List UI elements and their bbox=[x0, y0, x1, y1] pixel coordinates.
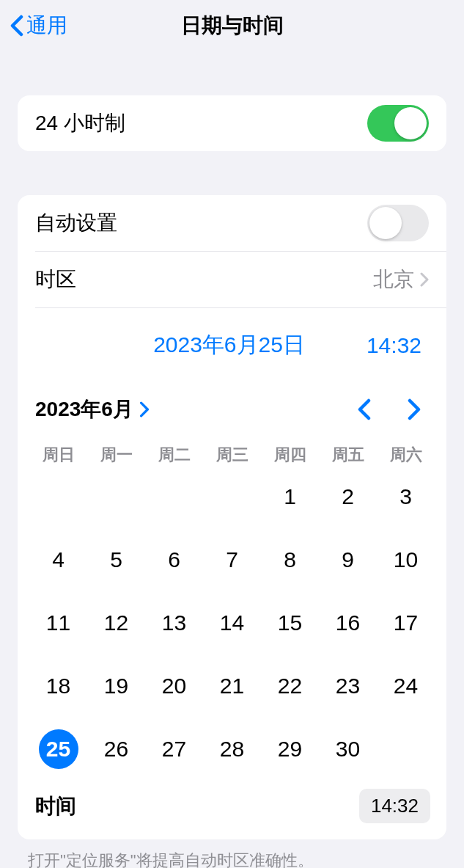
day-cell[interactable]: 29 bbox=[261, 729, 319, 770]
day-cell-empty bbox=[145, 476, 203, 517]
chevron-left-icon bbox=[10, 15, 23, 37]
day-cell[interactable]: 25 bbox=[29, 729, 87, 770]
back-button[interactable]: 通用 bbox=[6, 7, 72, 44]
day-cell[interactable]: 24 bbox=[377, 665, 435, 707]
next-month-button[interactable] bbox=[407, 398, 421, 420]
time-picker-label: 时间 bbox=[35, 792, 76, 820]
day-number: 8 bbox=[284, 547, 296, 572]
day-cell[interactable]: 27 bbox=[145, 729, 203, 770]
weekdays-header: 周日周一周二周三周四周五周六 bbox=[18, 437, 446, 469]
day-number: 3 bbox=[399, 484, 412, 509]
page-title: 日期与时间 bbox=[181, 12, 284, 40]
toggle-knob bbox=[369, 207, 402, 239]
day-number: 1 bbox=[284, 484, 296, 509]
weekday-label: 周四 bbox=[261, 441, 319, 469]
month-nav: 2023年6月 bbox=[18, 378, 446, 437]
day-cell[interactable]: 10 bbox=[377, 539, 435, 580]
day-cell[interactable]: 11 bbox=[29, 602, 87, 643]
day-number: 29 bbox=[278, 737, 302, 762]
day-cell[interactable]: 18 bbox=[29, 665, 87, 707]
day-cell[interactable]: 4 bbox=[29, 539, 87, 580]
time-display[interactable]: 14:32 bbox=[367, 333, 421, 358]
day-cell-empty bbox=[87, 476, 145, 517]
header: 通用 日期与时间 bbox=[0, 0, 464, 51]
day-number: 20 bbox=[162, 674, 186, 699]
day-cell[interactable]: 26 bbox=[87, 729, 145, 770]
day-cell[interactable]: 19 bbox=[87, 665, 145, 707]
date-display[interactable]: 2023年6月25日 bbox=[153, 330, 305, 360]
month-picker-button[interactable]: 2023年6月 bbox=[35, 395, 150, 423]
month-nav-arrows bbox=[357, 398, 421, 420]
day-cell[interactable]: 2 bbox=[319, 476, 377, 517]
day-number: 28 bbox=[220, 737, 244, 762]
day-cell[interactable]: 16 bbox=[319, 602, 377, 643]
calendar-grid: 1234567891011121314151617181920212223242… bbox=[18, 469, 446, 781]
weekday-label: 周五 bbox=[319, 441, 377, 469]
row-auto-set: 自动设置 bbox=[18, 195, 446, 251]
timezone-text: 北京 bbox=[373, 266, 414, 293]
weekday-label: 周二 bbox=[145, 441, 203, 469]
day-cell[interactable]: 5 bbox=[87, 539, 145, 580]
day-cell[interactable]: 3 bbox=[377, 476, 435, 517]
day-number: 23 bbox=[336, 674, 360, 699]
day-cell[interactable]: 28 bbox=[203, 729, 261, 770]
label-24hour: 24 小时制 bbox=[35, 109, 125, 137]
day-cell[interactable]: 6 bbox=[145, 539, 203, 580]
day-number: 27 bbox=[162, 737, 186, 762]
row-timezone[interactable]: 时区 北京 bbox=[18, 252, 446, 307]
toggle-knob bbox=[394, 107, 427, 139]
weekday-label: 周日 bbox=[29, 441, 87, 469]
day-number: 24 bbox=[394, 674, 418, 699]
day-cell[interactable]: 13 bbox=[145, 602, 203, 643]
weekday-label: 周一 bbox=[87, 441, 145, 469]
day-number: 4 bbox=[52, 547, 65, 572]
row-time-picker: 时间 14:32 bbox=[18, 781, 446, 839]
day-cell[interactable]: 1 bbox=[261, 476, 319, 517]
day-number: 30 bbox=[336, 737, 360, 762]
day-number: 11 bbox=[46, 610, 70, 635]
day-cell[interactable]: 23 bbox=[319, 665, 377, 707]
day-cell[interactable]: 30 bbox=[319, 729, 377, 770]
value-timezone: 北京 bbox=[373, 266, 429, 293]
row-date-time-display: 2023年6月25日 14:32 bbox=[18, 308, 446, 378]
day-number: 26 bbox=[104, 737, 128, 762]
day-number: 14 bbox=[220, 610, 244, 635]
card-datetime: 自动设置 时区 北京 2023年6月25日 14:32 2023年6月 bbox=[18, 195, 446, 839]
day-cell-empty bbox=[203, 476, 261, 517]
day-number: 22 bbox=[278, 674, 302, 699]
day-cell[interactable]: 22 bbox=[261, 665, 319, 707]
toggle-auto-set[interactable] bbox=[367, 205, 429, 241]
day-number: 7 bbox=[226, 547, 238, 572]
day-number: 12 bbox=[104, 610, 128, 635]
day-number: 6 bbox=[168, 547, 180, 572]
day-number: 2 bbox=[342, 484, 354, 509]
day-number: 21 bbox=[220, 674, 244, 699]
day-number: 17 bbox=[394, 610, 418, 635]
weekday-label: 周六 bbox=[377, 441, 435, 469]
day-number: 25 bbox=[39, 729, 78, 769]
day-number: 15 bbox=[278, 610, 302, 635]
day-number: 18 bbox=[46, 674, 70, 699]
day-cell[interactable]: 7 bbox=[203, 539, 261, 580]
prev-month-button[interactable] bbox=[357, 398, 372, 420]
day-number: 10 bbox=[394, 547, 418, 572]
day-cell[interactable]: 8 bbox=[261, 539, 319, 580]
label-timezone: 时区 bbox=[35, 266, 76, 293]
day-cell[interactable]: 21 bbox=[203, 665, 261, 707]
day-cell[interactable]: 15 bbox=[261, 602, 319, 643]
time-picker-button[interactable]: 14:32 bbox=[359, 789, 430, 823]
day-number: 16 bbox=[336, 610, 360, 635]
toggle-24hour[interactable] bbox=[367, 105, 429, 142]
day-number: 13 bbox=[162, 610, 186, 635]
day-number: 9 bbox=[342, 547, 354, 572]
month-label: 2023年6月 bbox=[35, 395, 133, 423]
day-cell[interactable]: 9 bbox=[319, 539, 377, 580]
day-cell[interactable]: 17 bbox=[377, 602, 435, 643]
chevron-right-icon bbox=[139, 401, 150, 417]
day-cell[interactable]: 14 bbox=[203, 602, 261, 643]
day-cell[interactable]: 12 bbox=[87, 602, 145, 643]
row-24hour: 24 小时制 bbox=[18, 95, 446, 151]
weekday-label: 周三 bbox=[203, 441, 261, 469]
day-number: 19 bbox=[104, 674, 128, 699]
day-cell[interactable]: 20 bbox=[145, 665, 203, 707]
